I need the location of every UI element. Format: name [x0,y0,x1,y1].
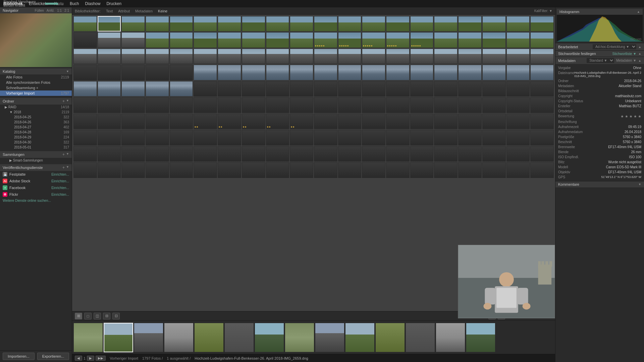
photo-thumb[interactable] [121,130,145,145]
photo-thumb[interactable] [362,81,385,97]
photo-thumb[interactable] [338,16,362,32]
photo-thumb[interactable] [530,97,554,113]
photo-thumb[interactable] [386,81,410,97]
photo-thumb[interactable] [362,49,385,64]
photo-thumb[interactable] [506,130,530,145]
photo-thumb[interactable] [73,162,97,178]
photo-thumb[interactable] [458,130,482,145]
folder-2018[interactable]: ▼ 2018 2119 [0,110,72,115]
photo-thumb[interactable] [242,162,265,178]
photo-thumb[interactable] [218,146,241,162]
publish-facebook[interactable]: f Facebook Einrichten... [0,184,72,191]
photo-thumb[interactable] [218,162,241,178]
photo-thumb[interactable] [530,130,554,145]
photo-thumb[interactable] [410,162,434,178]
photo-thumb[interactable] [242,81,265,97]
photo-thumb[interactable] [530,114,554,129]
photo-thumb[interactable] [506,114,530,129]
metadaten-header[interactable]: Metadaten Standard ▼ Metadaten ▼ ▲ [555,57,644,64]
photo-thumb[interactable] [482,81,506,97]
photo-thumb[interactable] [146,16,169,32]
photo-thumb[interactable] [458,81,482,97]
photo-thumb[interactable] [218,97,241,113]
photo-thumb[interactable] [338,146,362,162]
photo-thumb[interactable] [170,97,193,113]
photo-thumb[interactable] [194,146,217,162]
next-page-button2[interactable]: ▶▶ [96,356,106,361]
photo-thumb[interactable] [410,146,434,162]
photo-thumb[interactable] [338,130,362,145]
photo-thumb[interactable] [98,65,121,80]
photo-thumb[interactable] [362,130,385,145]
meta-stars[interactable]: ★ ★ ★ ★ ★ [621,114,641,119]
nav-buch[interactable]: Buch [70,1,79,6]
catalog-item-vorheriger[interactable]: Vorheriger Import 1797 [0,90,72,96]
photo-thumb[interactable] [314,130,337,145]
strip-thumb[interactable] [73,323,103,352]
more-services-label[interactable]: Weitere Dienste online suchen... [3,199,51,202]
photo-thumb[interactable] [506,81,530,97]
photo-thumb[interactable] [506,32,530,48]
photo-thumb[interactable] [530,16,554,32]
stichwort-header[interactable]: Stichwortliste festlegen Stichwortliste … [555,51,644,57]
photo-thumb[interactable] [121,65,145,80]
catalog-item-schnell[interactable]: Schnellsammlung + [0,85,72,90]
photo-thumb[interactable] [290,162,313,178]
photo-thumb[interactable] [121,32,145,48]
photo-thumb[interactable] [434,65,458,80]
photo-thumb[interactable] [98,97,121,113]
photo-thumb[interactable] [410,97,434,113]
photo-thumb[interactable]: ★★ [242,114,265,129]
photo-thumb[interactable] [146,146,169,162]
strip-thumb[interactable] [345,323,375,352]
photo-thumb[interactable] [146,114,169,129]
filter-text[interactable]: Text [106,9,113,13]
strip-thumb[interactable] [255,323,284,352]
compare-button[interactable]: ◫ [94,313,101,319]
photo-thumb[interactable] [362,114,385,129]
photo-thumb[interactable] [218,130,241,145]
strip-thumb[interactable] [224,323,254,352]
photo-thumb[interactable] [386,146,410,162]
photo-thumb[interactable] [338,49,362,64]
photo-thumb[interactable] [362,97,385,113]
photo-thumb[interactable] [434,81,458,97]
photo-thumb[interactable]: ★★★★★ [410,32,434,48]
photo-thumb[interactable] [530,65,554,80]
folder-raid[interactable]: ▶ RAID 14/18 [0,105,72,110]
photo-thumb[interactable] [266,49,289,64]
service-action[interactable]: Einrichten... [51,193,69,196]
photo-thumb[interactable] [290,81,313,97]
strip-thumb[interactable] [194,323,224,352]
photo-thumb[interactable] [146,162,169,178]
photo-thumb[interactable] [338,114,362,129]
export-button[interactable]: Exportieren... [37,353,69,360]
photo-thumb[interactable] [458,32,482,48]
photo-thumb[interactable] [482,97,506,113]
photo-thumb[interactable] [194,162,217,178]
photo-thumb[interactable] [266,162,289,178]
metadaten-select[interactable]: Standard ▼ [587,58,614,63]
photo-thumb[interactable] [194,49,217,64]
publish-festplatte[interactable]: 💾 Festplatte Einrichten... [0,171,72,178]
photo-thumb[interactable] [506,162,530,178]
publish-flickr[interactable]: ✿ Flickr Einrichten... [0,191,72,198]
photo-thumb[interactable] [314,114,337,129]
photo-thumb[interactable] [170,146,193,162]
photo-thumb[interactable] [121,97,145,113]
photo-thumb[interactable] [458,114,482,129]
photo-thumb[interactable] [458,49,482,64]
filter-keine[interactable]: Keine [158,9,167,13]
photo-thumb[interactable] [314,81,337,97]
photo-thumb[interactable] [146,65,169,80]
photo-thumb[interactable] [410,49,434,64]
photo-thumb[interactable]: ★★★★★ [386,32,410,48]
photo-thumb[interactable] [242,65,265,80]
service-action[interactable]: Einrichten... [51,173,69,176]
photo-thumb[interactable] [194,130,217,145]
folder-2018-04-27[interactable]: 2018-04-27 402 [0,125,72,130]
catalog-item-alle-fotos[interactable]: Alle Fotos 2119 [0,74,72,80]
photo-thumb[interactable] [290,65,313,80]
photo-thumb[interactable] [170,162,193,178]
nav-1-1[interactable]: 1:1 [57,9,62,12]
